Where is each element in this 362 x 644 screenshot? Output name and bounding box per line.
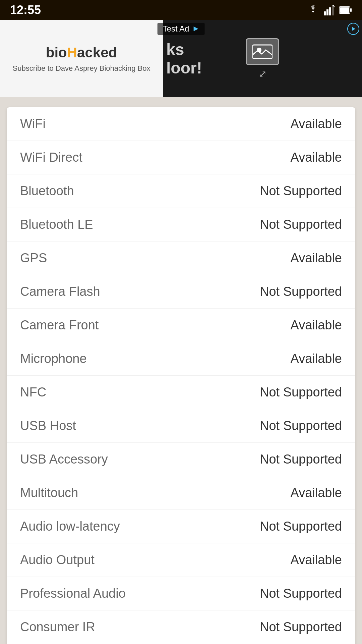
table-row: NFCNot Supported: [7, 376, 355, 409]
feature-name: USB Accessory: [20, 452, 260, 467]
table-row: GPSAvailable: [7, 241, 355, 275]
table-row: Audio low-latencyNot Supported: [7, 510, 355, 543]
feature-name: Camera Front: [20, 318, 290, 332]
ad-label-text: Test Ad: [163, 24, 189, 34]
feature-status: Not Supported: [260, 419, 342, 433]
feature-status: Not Supported: [260, 452, 342, 467]
ad-logo: bioHacked: [46, 45, 117, 61]
ad-left: bioHacked Subscribe to Dave Asprey Bioha…: [0, 20, 163, 97]
ad-image-placeholder: ⤢: [246, 38, 279, 79]
table-row: Professional AudioNot Supported: [7, 577, 355, 610]
feature-status: Not Supported: [260, 217, 342, 232]
feature-name: Audio low-latency: [20, 519, 260, 534]
table-row: WiFiAvailable: [7, 107, 355, 141]
svg-rect-7: [340, 7, 349, 13]
table-row: USB AccessoryNot Supported: [7, 443, 355, 476]
feature-status: Available: [290, 251, 342, 265]
feature-status: Available: [290, 150, 342, 165]
table-row: BluetoothNot Supported: [7, 174, 355, 208]
feature-name: Microphone: [20, 352, 290, 366]
feature-status: Not Supported: [260, 284, 342, 299]
svg-rect-8: [252, 45, 273, 58]
svg-marker-11: [193, 26, 198, 31]
svg-rect-1: [326, 9, 328, 15]
feature-name: USB Host: [20, 419, 260, 433]
status-icons: [307, 5, 352, 15]
status-bar: 12:55: [0, 0, 362, 20]
feature-status: Not Supported: [260, 586, 342, 601]
feature-status: Not Supported: [260, 184, 342, 198]
feature-name: WiFi: [20, 117, 290, 131]
table-row: Audio OutputAvailable: [7, 543, 355, 577]
feature-status: Available: [290, 486, 342, 500]
main-content: WiFiAvailableWiFi DirectAvailableBluetoo…: [0, 97, 362, 644]
signal-icon: [324, 5, 335, 15]
table-row: Bluetooth LENot Supported: [7, 208, 355, 241]
feature-status: Not Supported: [260, 620, 342, 634]
feature-status: Available: [290, 352, 342, 366]
svg-rect-2: [329, 7, 331, 15]
table-row: MicrophoneAvailable: [7, 342, 355, 376]
feature-status: Not Supported: [260, 519, 342, 534]
ad-tagline: Subscribe to Dave Asprey Biohacking Box: [13, 64, 150, 73]
feature-status: Available: [290, 318, 342, 332]
table-row: Camera FlashNot Supported: [7, 275, 355, 309]
ad-expand-icon: ⤢: [259, 68, 266, 79]
table-row: USB HostNot Supported: [7, 409, 355, 443]
table-row: Camera FrontAvailable: [7, 309, 355, 342]
table-row: Consumer IRNot Supported: [7, 610, 355, 644]
feature-status: Available: [290, 117, 342, 131]
battery-icon: [339, 6, 352, 14]
feature-name: WiFi Direct: [20, 150, 290, 165]
ad-play-icon: [347, 23, 359, 35]
feature-status: Not Supported: [260, 385, 342, 399]
ad-image-icon: [246, 38, 279, 65]
svg-rect-3: [332, 5, 334, 15]
ad-label: Test Ad: [158, 23, 205, 35]
status-time: 12:55: [10, 3, 41, 17]
svg-rect-6: [350, 8, 352, 12]
feature-name: Audio Output: [20, 553, 290, 567]
feature-name: Multitouch: [20, 486, 290, 500]
svg-marker-10: [352, 27, 355, 31]
feature-name: Camera Flash: [20, 284, 260, 299]
ad-text-overlay: ksloor!: [166, 40, 202, 77]
feature-status: Available: [290, 553, 342, 567]
feature-name: Professional Audio: [20, 586, 260, 601]
features-card: WiFiAvailableWiFi DirectAvailableBluetoo…: [7, 107, 355, 644]
ad-banner[interactable]: bioHacked Subscribe to Dave Asprey Bioha…: [0, 20, 362, 97]
ad-play-triangle: [192, 25, 199, 33]
feature-name: Bluetooth LE: [20, 217, 260, 232]
svg-rect-0: [324, 11, 326, 15]
feature-name: Consumer IR: [20, 620, 260, 634]
feature-name: NFC: [20, 385, 260, 399]
table-row: MultitouchAvailable: [7, 476, 355, 510]
feature-name: Bluetooth: [20, 184, 260, 198]
wifi-status-icon: [307, 5, 319, 15]
feature-name: GPS: [20, 251, 290, 265]
table-row: WiFi DirectAvailable: [7, 141, 355, 174]
